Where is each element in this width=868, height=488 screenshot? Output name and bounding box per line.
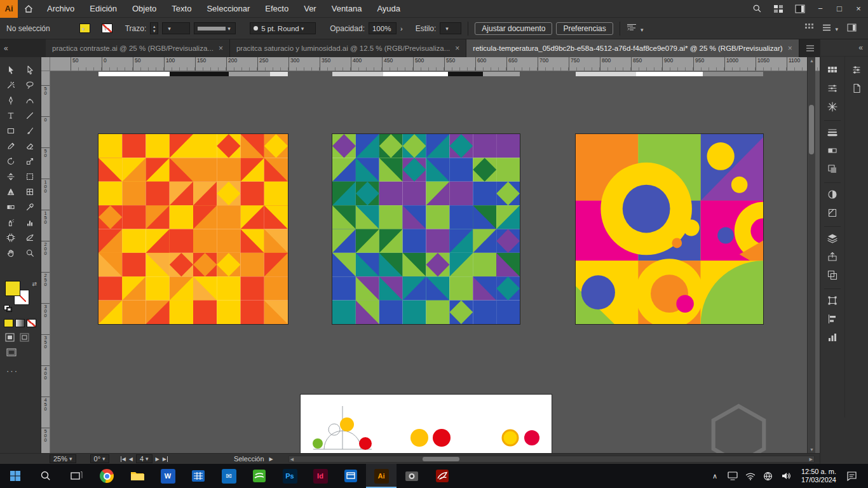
- artboard-number-combo[interactable]: 4: [136, 454, 153, 463]
- scale-tool[interactable]: [22, 154, 38, 168]
- artboard-warm-mosaic[interactable]: [98, 134, 288, 324]
- zoom-level-combo[interactable]: 25%: [50, 454, 76, 463]
- stroke-weight-stepper[interactable]: ▴▾: [150, 22, 158, 34]
- arrange-windows-icon[interactable]: [768, 0, 789, 18]
- capture-app-icon[interactable]: [397, 464, 427, 488]
- clock[interactable]: 12:50 a. m. 17/03/2024: [796, 468, 841, 484]
- panel-toggle-icon[interactable]: [847, 24, 857, 34]
- vertical-scroll-thumb[interactable]: [809, 105, 814, 154]
- gradient-panel-icon[interactable]: [824, 142, 841, 159]
- menu-item[interactable]: Objeto: [125, 0, 164, 18]
- indesign-icon[interactable]: Id: [305, 464, 336, 488]
- export-panel-icon[interactable]: [824, 248, 841, 265]
- mesh-tool[interactable]: [22, 184, 38, 199]
- start-button[interactable]: [0, 464, 31, 488]
- search-icon[interactable]: [746, 0, 768, 18]
- close-button[interactable]: ×: [849, 0, 868, 18]
- free-transform-tool[interactable]: [22, 169, 38, 184]
- artboards-panel-icon[interactable]: [824, 267, 841, 283]
- document-tab[interactable]: pracitca saturacio y luminosidad.ai @ 12…: [230, 39, 466, 57]
- menu-item[interactable]: Ventana: [324, 0, 370, 18]
- tab-overflow-icon[interactable]: [806, 39, 820, 57]
- none-button[interactable]: [27, 319, 36, 327]
- gradient-button[interactable]: [15, 319, 25, 327]
- draw-normal-icon[interactable]: [5, 333, 15, 344]
- scroll-up-icon[interactable]: ▲: [808, 58, 816, 63]
- hand-tool[interactable]: [3, 245, 19, 260]
- properties-panel-icon[interactable]: [848, 62, 865, 78]
- last-artboard-icon[interactable]: ▶: [163, 456, 168, 462]
- file-explorer-icon[interactable]: [122, 464, 153, 488]
- layers-panel-icon[interactable]: [824, 230, 841, 247]
- width-profile-combo[interactable]: [194, 22, 236, 34]
- menu-item[interactable]: Efecto: [257, 0, 296, 18]
- volume-icon[interactable]: [778, 464, 794, 488]
- default-fill-stroke-icon[interactable]: [4, 305, 11, 311]
- menu-item[interactable]: Ver: [296, 0, 324, 18]
- network-icon[interactable]: [761, 464, 776, 488]
- next-artboard-icon[interactable]: ▶: [156, 456, 159, 462]
- vertical-ruler[interactable]: 50050100150200250300350400450500: [41, 71, 50, 453]
- color-button[interactable]: [4, 319, 13, 327]
- restore-button[interactable]: □: [830, 0, 849, 18]
- gradient-tool[interactable]: [3, 200, 19, 214]
- fit-document-button[interactable]: Ajustar documento: [475, 22, 552, 35]
- swatches-panel-icon[interactable]: [824, 62, 841, 78]
- rotation-combo[interactable]: 0°: [90, 454, 109, 463]
- artboard-sketch-partial[interactable]: [301, 395, 552, 453]
- rotate-tool[interactable]: [3, 154, 19, 168]
- document-tab[interactable]: practica contraste.ai @ 25 % (RGB/Previs…: [46, 39, 230, 57]
- canvas[interactable]: 5005010015020025030035040045050055060065…: [41, 57, 820, 453]
- menu-item[interactable]: Ayuda: [369, 0, 408, 18]
- spreadsheet-app-icon[interactable]: [183, 464, 214, 488]
- menu-item[interactable]: Texto: [164, 0, 199, 18]
- stroke-color-swatch[interactable]: [102, 24, 112, 33]
- chrome-icon[interactable]: [92, 464, 122, 488]
- transform-panel-icon[interactable]: [824, 292, 841, 309]
- symbol-sprayer-tool[interactable]: [3, 215, 19, 229]
- artboard-geometric[interactable]: [576, 134, 763, 324]
- previous-artboard-icon[interactable]: ◀: [129, 456, 133, 462]
- first-artboard-icon[interactable]: ◀: [121, 456, 126, 462]
- illustrator-icon[interactable]: Ai: [366, 464, 397, 488]
- opacity-flyout-arrow[interactable]: ›: [400, 25, 403, 32]
- column-graph-tool[interactable]: [22, 215, 38, 229]
- close-tab-icon[interactable]: [219, 44, 223, 53]
- horizontal-scrollbar[interactable]: ◀ ▶: [288, 456, 815, 463]
- style-combo[interactable]: [440, 22, 461, 34]
- draw-behind-icon[interactable]: [20, 333, 29, 344]
- preferences-button[interactable]: Preferencias: [556, 22, 613, 35]
- wifi-icon[interactable]: [743, 464, 758, 488]
- pen-tool[interactable]: [3, 93, 19, 107]
- scroll-right-icon[interactable]: ▶: [810, 456, 813, 463]
- blue-app-icon[interactable]: [336, 464, 366, 488]
- libraries-panel-icon[interactable]: [848, 80, 865, 97]
- close-tab-icon[interactable]: [455, 44, 459, 53]
- perspective-grid-tool[interactable]: [3, 184, 19, 199]
- expand-panels-icon[interactable]: «: [858, 43, 863, 52]
- selection-tool[interactable]: [3, 62, 19, 77]
- rectangle-tool[interactable]: [3, 123, 19, 138]
- home-button[interactable]: [18, 0, 39, 18]
- width-tool[interactable]: [3, 169, 19, 184]
- arrange-documents-icon[interactable]: [627, 24, 644, 34]
- minimize-button[interactable]: −: [811, 0, 830, 18]
- zoom-tool[interactable]: [22, 245, 38, 260]
- scroll-left-icon[interactable]: ◀: [290, 456, 294, 463]
- stroke-panel-icon[interactable]: [824, 124, 841, 140]
- horizontal-scroll-thumb[interactable]: [423, 457, 459, 461]
- document-tab[interactable]: reticula-temperatura_05d9bc2b-e58a-4512-…: [466, 39, 799, 57]
- edit-toolbar-icon[interactable]: ···: [6, 366, 18, 376]
- pencil-tool[interactable]: [3, 139, 19, 153]
- artboard-tool[interactable]: [3, 230, 19, 245]
- menu-item[interactable]: Edición: [82, 0, 125, 18]
- transparency-panel-icon[interactable]: [824, 161, 841, 177]
- graph-panel-icon[interactable]: [824, 329, 841, 346]
- workspace-switcher-icon[interactable]: [789, 0, 811, 18]
- opacity-input[interactable]: 100%: [369, 22, 397, 34]
- brush-definition-combo[interactable]: 5 pt. Round: [250, 22, 316, 34]
- scroll-down-icon[interactable]: ▼: [808, 447, 816, 452]
- line-segment-tool[interactable]: [22, 108, 38, 123]
- menu-item[interactable]: Seleccionar: [199, 0, 257, 18]
- fill-indicator[interactable]: [5, 281, 20, 296]
